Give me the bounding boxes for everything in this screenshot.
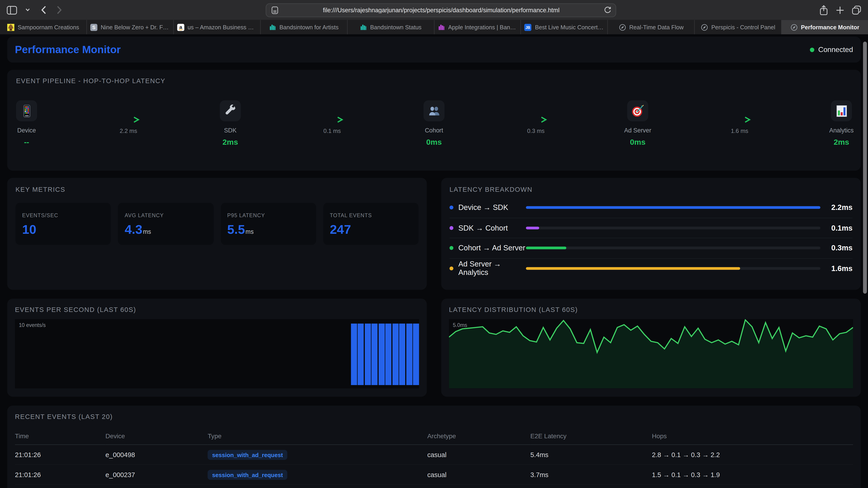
- node-label: SDK: [224, 127, 237, 133]
- node-latency-value: 0ms: [630, 138, 645, 146]
- event-device: e_000253: [105, 485, 208, 488]
- reload-icon[interactable]: [603, 6, 611, 14]
- amazon-favicon-icon: a: [177, 24, 184, 31]
- svg-text:S: S: [92, 25, 95, 30]
- browser-tab[interactable]: Performance Monitor: [781, 20, 868, 34]
- bit_teal-favicon-icon: [269, 24, 276, 31]
- column-header: Hops: [652, 429, 853, 444]
- event-archetype: casual: [427, 485, 530, 488]
- pipeline-node-ad-server: Ad Server0ms: [618, 100, 657, 146]
- recent-events-table: TimeDeviceTypeArchetypeE2E LatencyHops 2…: [15, 429, 853, 488]
- node-label: Ad Server: [624, 127, 651, 133]
- sidebar-chevron-down-icon[interactable]: [25, 8, 30, 12]
- breakdown-row: Cohort → Ad Server0.3ms: [450, 238, 852, 259]
- event-e2e-latency: 4.8ms: [530, 485, 652, 488]
- page-title: Performance Monitor: [15, 44, 121, 56]
- browser-tab[interactable]: SNine Below Zero + Dr. Fe…: [86, 20, 173, 34]
- url-input[interactable]: [279, 6, 604, 14]
- hop-arrow: 1.6 ms: [657, 100, 822, 146]
- node-latency-value: 0ms: [426, 138, 442, 146]
- hop-arrow: 0.3 ms: [453, 100, 618, 146]
- browser-tab[interactable]: Apple Integrations | Band…: [434, 20, 521, 34]
- latency-value: 0.3ms: [828, 244, 852, 252]
- back-button-icon[interactable]: [41, 5, 46, 14]
- tab-overview-icon[interactable]: [852, 5, 861, 15]
- page-settings-icon[interactable]: [270, 6, 279, 14]
- browser-tab[interactable]: Sampoornam Creations: [0, 20, 86, 34]
- bit_teal-favicon-icon: [360, 24, 367, 31]
- browser-tab[interactable]: Bandsintown Status: [347, 20, 434, 34]
- metric-tile: EVENTS/SEC10: [16, 203, 111, 245]
- tab-title: Performance Monitor: [801, 24, 859, 30]
- browser-toolbar: [0, 0, 868, 20]
- events-bar: [406, 323, 412, 385]
- browser-tab[interactable]: JBBest Live Music Concert,…: [521, 20, 608, 34]
- tab-title: Real-Time Data Flow: [629, 24, 684, 30]
- line-fill-area: [449, 320, 853, 389]
- forward-button-icon[interactable]: [57, 5, 62, 14]
- node-latency-value: --: [24, 138, 29, 146]
- songkick-favicon-icon: S: [90, 24, 97, 31]
- event-e2e-latency: 3.7ms: [530, 465, 652, 485]
- event-hops: 1.5 → 0.1 → 0.3 → 1.9: [652, 465, 853, 485]
- node-label: Device: [17, 127, 36, 133]
- latency-value: 1.6ms: [828, 264, 852, 272]
- browser-tab[interactable]: Bandsintown for Artists: [260, 20, 347, 34]
- compass-favicon-icon: [701, 24, 708, 31]
- metric-value: 5.5ms: [227, 223, 309, 236]
- column-header: E2E Latency: [530, 429, 652, 444]
- tab-title: us – Amazon Business C…: [187, 24, 257, 30]
- browser-tab[interactable]: Perspicis - Control Panel: [694, 20, 781, 34]
- metric-label: P95 LATENCY: [227, 212, 309, 218]
- events-bar: [372, 323, 377, 385]
- pipeline-node-device: Device--: [7, 100, 46, 146]
- metric-unit: ms: [143, 228, 151, 235]
- compass-favicon-icon: [790, 24, 798, 31]
- metric-label: TOTAL EVENTS: [330, 212, 412, 218]
- hop-latency-label: 0.1 ms: [323, 127, 341, 134]
- latency-bar-track: [526, 227, 820, 229]
- section-title: LATENCY BREAKDOWN: [450, 185, 852, 193]
- section-title: KEY METRICS: [16, 185, 418, 193]
- latency-bar-fill: [526, 227, 539, 229]
- latency-bar-fill: [526, 247, 566, 250]
- browser-tab[interactable]: aus – Amazon Business C…: [173, 20, 260, 34]
- event-type: session_with_ad_request: [208, 485, 427, 488]
- sidebar-toggle-icon[interactable]: [7, 5, 18, 15]
- column-header: Type: [208, 429, 427, 444]
- event-pipeline-card: EVENT PIPELINE - HOP-TO-HOP LATENCY Devi…: [7, 70, 861, 171]
- tab-title: Sampoornam Creations: [18, 24, 79, 30]
- node-latency-value: 2ms: [834, 138, 849, 146]
- event-device: e_000237: [105, 465, 208, 485]
- new-tab-icon[interactable]: [836, 6, 844, 14]
- line-series: [449, 319, 853, 389]
- table-body: 21:01:26e_000498session_with_ad_requestc…: [15, 444, 853, 488]
- jb-favicon-icon: JB: [525, 24, 532, 31]
- tab-title: Bandsintown Status: [370, 24, 422, 30]
- event-type: session_with_ad_request: [208, 444, 427, 465]
- section-title: RECENT EVENTS (LAST 20): [15, 413, 853, 421]
- table-header-row: TimeDeviceTypeArchetypeE2E LatencyHops: [15, 429, 853, 444]
- performance-dashboard: Performance Monitor Connected EVENT PIPE…: [0, 34, 868, 488]
- browser-tab[interactable]: Real-Time Data Flow: [608, 20, 694, 34]
- event-time: 21:01:26: [15, 465, 105, 485]
- latency-bar-track: [526, 206, 820, 209]
- svg-text:a: a: [179, 24, 182, 30]
- events-bar: [399, 323, 405, 385]
- events-bar: [358, 323, 364, 385]
- breakdown-row: SDK → Cohort0.1ms: [450, 218, 852, 238]
- share-icon[interactable]: [819, 5, 828, 15]
- metric-label: AVG LATENCY: [125, 212, 207, 218]
- event-hops: 1.9 → 0.1 → 0.3 → 2.4: [652, 485, 853, 488]
- arrow-right-icon: [115, 116, 142, 126]
- event-e2e-latency: 5.4ms: [530, 444, 652, 465]
- temple-favicon-icon: [7, 24, 14, 31]
- latency-distribution-card: LATENCY DISTRIBUTION (LAST 60S) 5.0ms: [441, 299, 861, 397]
- tab-title: Perspicis - Control Panel: [711, 24, 775, 30]
- event-device: e_000498: [105, 444, 208, 465]
- address-bar[interactable]: [265, 3, 616, 17]
- scrollbar-thumb[interactable]: [863, 41, 867, 294]
- pipeline-node-analytics: Analytics2ms: [822, 100, 861, 146]
- breakdown-rows: Device → SDK2.2msSDK → Cohort0.1msCohort…: [450, 198, 852, 278]
- node-label: Analytics: [829, 127, 854, 133]
